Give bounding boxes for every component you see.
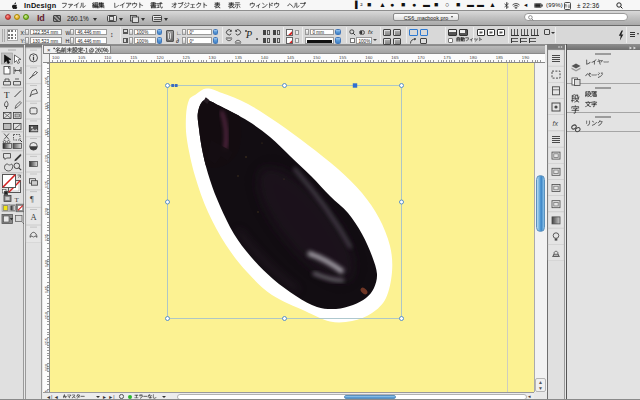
svg-text:T: T xyxy=(4,90,10,100)
svg-text:fx: fx xyxy=(553,120,559,127)
svg-text:T: T xyxy=(15,196,20,204)
svg-text:A: A xyxy=(31,212,38,222)
svg-text:¶: ¶ xyxy=(30,195,34,204)
